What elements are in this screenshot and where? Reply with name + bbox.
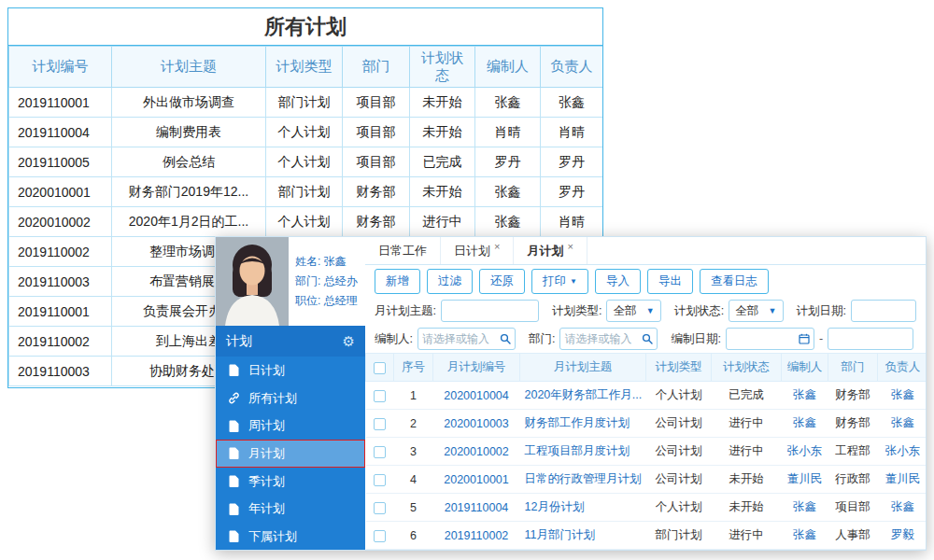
document-icon [228, 364, 240, 376]
close-icon[interactable]: × [494, 241, 500, 252]
create-date-from-input[interactable] [727, 329, 799, 349]
table-row[interactable]: 2019110001外出做市场调查部门计划项目部未开始张鑫张鑫 [9, 88, 603, 118]
table-row[interactable]: 5201911000412月份计划个人计划未开始张鑫项目部张鑫 [366, 494, 927, 522]
cell-link[interactable]: 张小东 [885, 444, 921, 457]
sidebar-item-subordinate-plans[interactable]: 下属计划 [216, 523, 365, 551]
sidebar-item-weekly-plan[interactable]: 周计划 [216, 412, 365, 440]
dept-filter-picker[interactable] [559, 328, 658, 350]
table-row[interactable]: 22020010003财务部工作月度计划公司计划进行中张鑫财务部张鑫 [366, 410, 927, 438]
table-cell: 6 [394, 522, 433, 550]
cell-link[interactable]: 2020010002 [444, 445, 509, 458]
screen: 所有计划 计划编号计划主题计划类型部门计划状态编制人负责人 2019110001… [0, 0, 934, 560]
table-cell: 2019110003 [9, 357, 112, 386]
cell-link[interactable]: 张鑫 [793, 528, 816, 541]
table-row[interactable]: 2019110005例会总结个人计划项目部已完成罗丹罗丹 [9, 147, 603, 177]
table-row[interactable]: 42020010001日常的行政管理月计划公司计划未开始董川民行政部董川民 [366, 466, 927, 494]
tab-daily-plan[interactable]: 日计划× [441, 237, 514, 264]
gear-icon[interactable]: ⚙ [343, 333, 355, 350]
row-checkbox[interactable] [374, 418, 386, 430]
type-filter-select[interactable]: 全部 ▼ [606, 300, 660, 322]
row-checkbox[interactable] [374, 502, 386, 514]
checkbox-cell [366, 382, 394, 410]
import-button[interactable]: 导入 [595, 269, 641, 294]
cell-link[interactable]: 工程项目部月度计划 [525, 444, 630, 457]
cell-link[interactable]: 11月部门计划 [525, 528, 595, 541]
table-cell: 财务部 [343, 207, 410, 237]
cell-link[interactable]: 罗毅 [891, 528, 914, 541]
cell-link[interactable]: 2020010001 [444, 473, 509, 486]
table-row[interactable]: 2019110004编制费用表个人计划项目部未开始肖晴肖晴 [9, 118, 603, 147]
table-cell: 2020010003 [433, 410, 520, 438]
table-cell: 11月部门计划 [520, 522, 646, 550]
column-header: 负责人 [541, 47, 603, 88]
subject-filter-input[interactable] [441, 300, 539, 322]
restore-button[interactable]: 还原 [479, 269, 525, 294]
chevron-down-icon: ▼ [646, 306, 655, 315]
create-date-to-input[interactable] [828, 328, 913, 350]
cell-link[interactable]: 张鑫 [793, 388, 816, 401]
cell-link[interactable]: 张鑫 [793, 500, 816, 513]
row-checkbox[interactable] [374, 390, 386, 402]
cell-link[interactable]: 日常的行政管理月计划 [525, 472, 642, 485]
close-icon[interactable]: × [567, 241, 573, 252]
table-cell: 2019110002 [9, 327, 112, 357]
export-button[interactable]: 导出 [647, 269, 693, 294]
sidebar-section-plans[interactable]: 计划 ⚙ [216, 326, 365, 357]
table-cell: 张鑫 [475, 88, 541, 118]
table-cell: 项目部 [828, 494, 878, 522]
table-row[interactable]: 32020010002工程项目部月度计划公司计划进行中张小东工程部张小东 [366, 438, 927, 466]
cell-link[interactable]: 张鑫 [891, 500, 914, 513]
creator-filter-picker[interactable] [417, 328, 516, 350]
cell-link[interactable]: 董川民 [787, 472, 823, 485]
tab-monthly-plan[interactable]: 月计划× [514, 237, 587, 264]
cell-link[interactable]: 董川民 [885, 472, 921, 485]
table-cell: 外出做市场调查 [112, 88, 266, 118]
cell-link[interactable]: 2020010003 [444, 417, 509, 430]
column-header: 计划类型 [266, 47, 343, 88]
table-cell: 2019110004 [9, 118, 112, 147]
row-checkbox[interactable] [374, 474, 386, 486]
table-cell: 例会总结 [112, 147, 266, 177]
row-checkbox[interactable] [374, 530, 386, 542]
cell-link[interactable]: 张鑫 [891, 388, 914, 401]
table-row[interactable]: 20200100022020年1月2日的工...个人计划财务部进行中张鑫肖晴 [9, 207, 603, 237]
table-row[interactable]: 2020010001财务部门2019年12...部门计划财务部未开始张鑫罗丹 [9, 177, 603, 207]
sidebar-item-label: 日计划 [248, 362, 285, 379]
plan-date-filter-input[interactable] [851, 300, 916, 322]
cell-link[interactable]: 12月份计划 [525, 500, 585, 513]
add-button[interactable]: 新增 [375, 269, 420, 294]
table-row[interactable]: 120200100042020年财务部工作月...个人计划已完成张鑫财务部张鑫 [366, 382, 927, 410]
row-checkbox[interactable] [374, 446, 386, 458]
select-all-checkbox[interactable] [374, 362, 386, 374]
table-cell: 董川民 [878, 466, 927, 494]
sidebar-item-quarterly-plan[interactable]: 季计划 [216, 468, 365, 496]
cell-link[interactable]: 2019110002 [445, 529, 509, 542]
view-logs-button[interactable]: 查看日志 [700, 269, 769, 294]
table-cell: 工程项目部月度计划 [520, 438, 646, 466]
dept-filter-input[interactable] [560, 329, 642, 349]
sidebar-item-annual-plan[interactable]: 年计划 [216, 495, 365, 523]
creator-filter-input[interactable] [418, 329, 500, 349]
create-date-from-picker[interactable] [726, 328, 814, 350]
filter-button[interactable]: 过滤 [427, 269, 473, 294]
cell-link[interactable]: 张小东 [787, 444, 823, 457]
cell-link[interactable]: 2020年财务部工作月... [525, 388, 643, 401]
cell-link[interactable]: 财务部工作月度计划 [525, 416, 630, 429]
cell-link[interactable]: 张鑫 [793, 416, 816, 429]
cell-text: 人事部 [835, 528, 870, 541]
calendar-icon [799, 333, 810, 344]
tab-daily-work[interactable]: 日常工作 [365, 237, 441, 264]
cell-text: 3 [410, 445, 417, 458]
plan-app-window: 姓名: 张鑫 部门: 总经办 职位: 总经理 计划 ⚙ 日计划所有计划周计划月计… [215, 236, 927, 551]
cell-link[interactable]: 2019110004 [445, 501, 509, 514]
table-row[interactable]: 6201911000211月部门计划部门计划进行中张鑫人事部罗毅 [366, 522, 927, 550]
cell-link[interactable]: 张鑫 [891, 416, 914, 429]
sidebar-item-daily-plan[interactable]: 日计划 [216, 357, 365, 385]
sidebar-item-all-plans[interactable]: 所有计划 [216, 385, 365, 413]
table-cell: 2019110004 [433, 494, 520, 522]
status-filter-select[interactable]: 全部 ▼ [729, 300, 783, 322]
sidebar-item-monthly-plan[interactable]: 月计划 [216, 440, 365, 468]
print-button[interactable]: 打印▼ [531, 269, 588, 294]
cell-link[interactable]: 2020010004 [444, 389, 509, 402]
cell-text: 财务部 [835, 416, 870, 429]
